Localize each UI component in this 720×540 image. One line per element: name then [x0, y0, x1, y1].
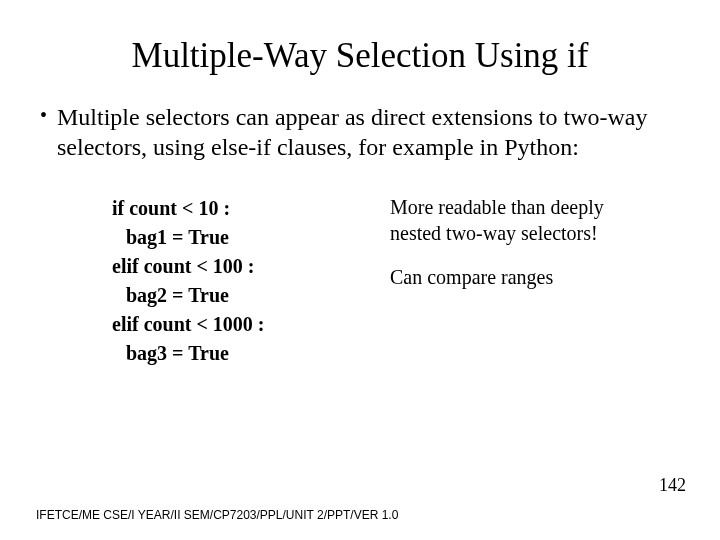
code-line: elif count < 1000 :: [112, 310, 372, 339]
slide-title: Multiple-Way Selection Using if: [0, 36, 720, 76]
note-line: nested two-way selectors!: [390, 220, 604, 246]
bullet-marker: •: [40, 102, 47, 162]
code-block: if count < 10 : bag1 = True elif count <…: [112, 194, 372, 368]
note-line: More readable than deeply: [390, 194, 604, 220]
code-line: elif count < 100 :: [112, 252, 372, 281]
code-line: bag1 = True: [112, 223, 372, 252]
content-columns: if count < 10 : bag1 = True elif count <…: [0, 194, 720, 368]
code-line: if count < 10 :: [112, 194, 372, 223]
bullet-text: Multiple selectors can appear as direct …: [57, 102, 688, 162]
code-line: bag2 = True: [112, 281, 372, 310]
code-line: bag3 = True: [112, 339, 372, 368]
note-line: Can compare ranges: [390, 264, 604, 290]
footer-text: IFETCE/ME CSE/I YEAR/II SEM/CP7203/PPL/U…: [36, 508, 398, 522]
bullet-item: • Multiple selectors can appear as direc…: [40, 102, 688, 162]
page-number: 142: [659, 475, 686, 496]
notes-block: More readable than deeply nested two-way…: [390, 194, 604, 368]
